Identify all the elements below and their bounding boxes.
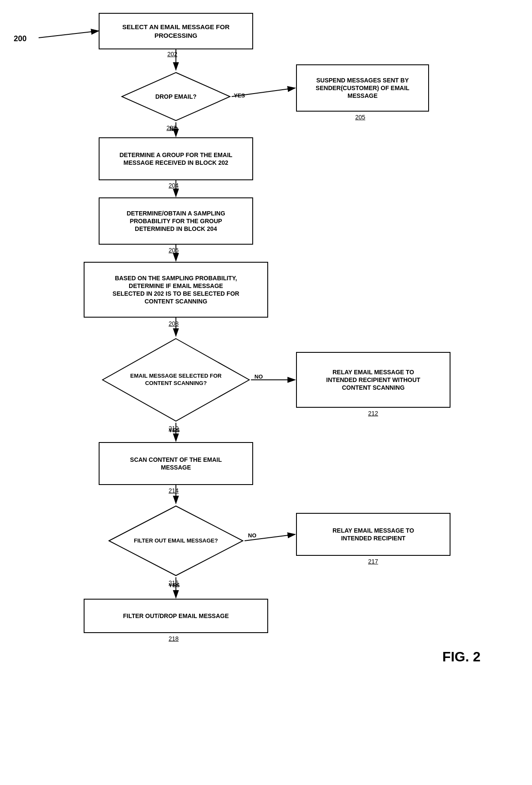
block-202: SELECT AN EMAIL MESSAGE FOR PROCESSING bbox=[99, 13, 253, 49]
yes-label-203: YES bbox=[234, 92, 245, 99]
block-204: DETERMINE A GROUP FOR THE EMAIL MESSAGE … bbox=[99, 137, 253, 180]
block-217: RELAY EMAIL MESSAGE TO INTENDED RECIPIEN… bbox=[296, 513, 450, 556]
ref-206: 206 bbox=[169, 247, 178, 254]
block-205: SUSPEND MESSAGES SENT BY SENDER(CUSTOMER… bbox=[296, 64, 429, 112]
svg-line-4 bbox=[39, 31, 99, 38]
block-210: EMAIL MESSAGE SELECTED FOR CONTENT SCANN… bbox=[101, 337, 251, 423]
ref-204: 204 bbox=[169, 182, 178, 189]
block-214: SCAN CONTENT OF THE EMAIL MESSAGE bbox=[99, 442, 253, 485]
ref-214: 214 bbox=[169, 487, 178, 494]
fig-label: FIG. 2 bbox=[442, 649, 481, 665]
ref-212a: 212 bbox=[368, 410, 378, 417]
block-212a: RELAY EMAIL MESSAGE TO INTENDED RECIPIEN… bbox=[296, 352, 450, 408]
block-203: DROP EMAIL? bbox=[120, 71, 232, 122]
arrows-svg bbox=[0, 0, 532, 785]
ref-202: 202 bbox=[167, 51, 177, 58]
block-206: DETERMINE/OBTAIN A SAMPLING PROBABILITY … bbox=[99, 197, 253, 245]
no-label-210: NO bbox=[254, 373, 263, 380]
block-216: FILTER OUT EMAIL MESSAGE? bbox=[107, 504, 245, 577]
block-218: FILTER OUT/DROP EMAIL MESSAGE bbox=[84, 599, 268, 633]
no-label-216: NO bbox=[248, 532, 257, 539]
ref-217: 217 bbox=[368, 558, 378, 565]
yes-label-216: YES bbox=[169, 582, 180, 588]
ref-218: 218 bbox=[169, 635, 178, 642]
flowchart-diagram: 200 SELECT AN EMAIL MESSAGE FOR PROCESSI… bbox=[0, 0, 532, 785]
diagram-label: 200 bbox=[14, 34, 27, 43]
yes-label-210: YES bbox=[169, 427, 180, 433]
block-208: BASED ON THE SAMPLING PROBABILITY, DETER… bbox=[84, 262, 268, 318]
ref-208: 208 bbox=[169, 320, 178, 327]
no-label-203: NO bbox=[169, 125, 178, 132]
ref-205: 205 bbox=[355, 114, 365, 121]
